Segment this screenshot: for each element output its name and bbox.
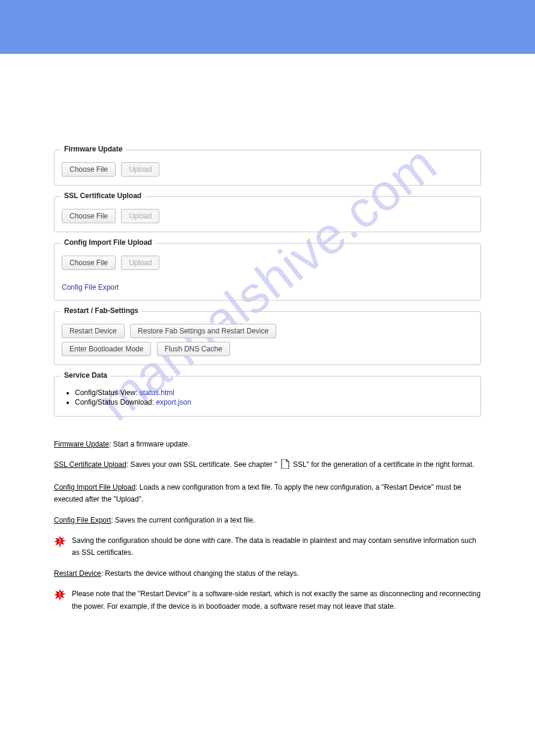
choose-file-button[interactable]: Choose File <box>62 209 116 223</box>
restart-panel: Restart / Fab-Settings Restart Device Re… <box>54 311 481 365</box>
flush-dns-button[interactable]: Flush DNS Cache <box>157 342 230 356</box>
svg-text:!: ! <box>59 591 61 598</box>
config-export-heading: Config File Export <box>54 516 111 524</box>
warning-icon: ! <box>54 536 67 551</box>
upload-button[interactable]: Upload <box>121 256 159 270</box>
config-import-legend: Config Import File Upload <box>61 238 156 247</box>
status-html-link[interactable]: status.html <box>140 388 174 397</box>
warning-text: Saving the configuration should be done … <box>72 535 481 559</box>
firmware-update-heading: Firmware Update <box>54 440 109 448</box>
service-data-panel: Service Data Config/Status View: status.… <box>54 376 481 417</box>
upload-button[interactable]: Upload <box>121 162 159 177</box>
restart-device-heading: Restart Device <box>54 569 101 578</box>
config-export-link[interactable]: Config File Export <box>62 283 119 292</box>
choose-file-button[interactable]: Choose File <box>62 256 116 270</box>
document-icon <box>281 459 289 472</box>
ssl-upload-panel: SSL Certificate Upload Choose File Uploa… <box>54 196 481 232</box>
service-data-legend: Service Data <box>61 371 111 379</box>
restore-fab-button[interactable]: Restore Fab Settings and Restart Device <box>130 324 276 338</box>
choose-file-button[interactable]: Choose File <box>62 162 116 177</box>
header-banner <box>0 0 535 54</box>
firmware-update-panel: Firmware Update Choose File Upload <box>54 150 481 186</box>
upload-button[interactable]: Upload <box>121 209 159 223</box>
warning-icon: ! <box>54 589 67 605</box>
ssl-upload-legend: SSL Certificate Upload <box>61 192 145 200</box>
svg-text:!: ! <box>59 538 61 545</box>
config-import-panel: Config Import File Upload Choose File Up… <box>54 243 481 300</box>
bootloader-button[interactable]: Enter Bootloader Mode <box>62 342 151 356</box>
export-json-link[interactable]: export.json <box>156 398 191 406</box>
warning-text: Please note that the "Restart Device" is… <box>72 588 481 612</box>
restart-legend: Restart / Fab-Settings <box>61 306 142 315</box>
config-import-heading: Config Import File Upload <box>54 483 135 491</box>
list-item: Config/Status Download: export.json <box>75 398 473 406</box>
body-copy: Firmware Update: Start a firmware update… <box>54 438 481 612</box>
restart-device-button[interactable]: Restart Device <box>62 324 125 338</box>
list-item: Config/Status View: status.html <box>75 388 473 397</box>
ssl-upload-heading: SSL Certificate Upload <box>54 460 126 469</box>
firmware-update-legend: Firmware Update <box>61 145 126 153</box>
